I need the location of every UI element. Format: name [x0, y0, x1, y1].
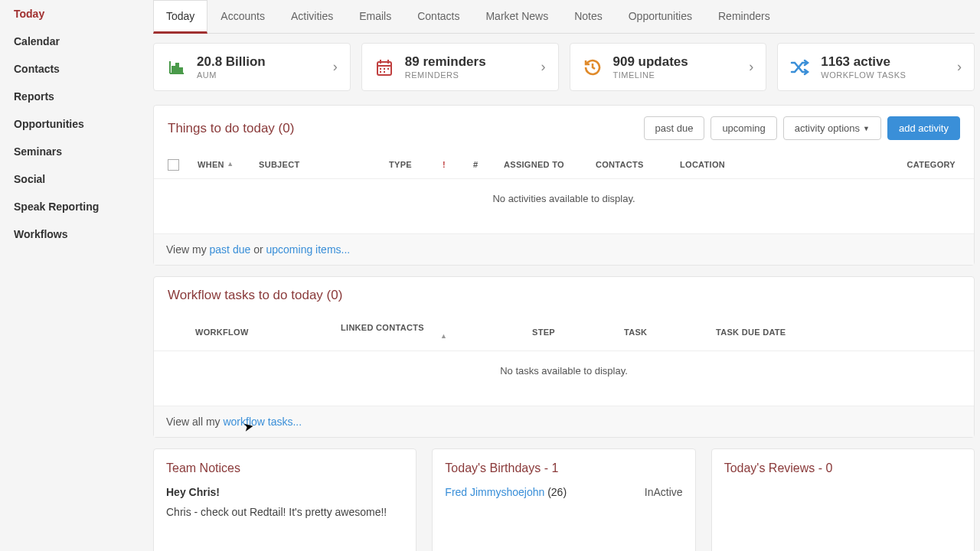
- sidebar-item-today[interactable]: Today: [0, 0, 148, 28]
- col-category[interactable]: CATEGORY: [767, 157, 960, 172]
- stat-aum[interactable]: 20.8 Billion AUM ›: [153, 43, 351, 91]
- history-icon: [583, 57, 603, 77]
- tab-contacts[interactable]: Contacts: [404, 0, 472, 33]
- bottom-cards-row: Team Notices Hey Chris! Chris - check ou…: [153, 448, 975, 551]
- sidebar-item-workflows[interactable]: Workflows: [0, 220, 148, 248]
- reviews-title: Today's Reviews - 0: [724, 461, 962, 475]
- tab-reminders[interactable]: Reminders: [705, 0, 783, 33]
- caret-down-icon: ▼: [863, 125, 870, 132]
- workflow-table-header: WORKFLOW LINKED CONTACTS ▲ STEP TASK TAS…: [154, 314, 974, 351]
- tab-bar: Today Accounts Activities Emails Contact…: [153, 0, 975, 34]
- svg-rect-10: [384, 68, 385, 70]
- col-count[interactable]: #: [469, 157, 499, 172]
- sidebar-item-calendar[interactable]: Calendar: [0, 28, 148, 55]
- workflow-panel: Workflow tasks to do today (0) WORKFLOW …: [153, 276, 975, 438]
- tab-today[interactable]: Today: [153, 0, 207, 34]
- stat-workflow-tasks[interactable]: 1163 active WORKFLOW TASKS ›: [777, 43, 975, 91]
- calendar-icon: [374, 57, 394, 77]
- stat-value: 909 updates: [613, 54, 739, 70]
- activities-table-header: WHEN ▲ SUBJECT TYPE ! # ASSIGNED TO CONT…: [154, 151, 974, 179]
- tab-accounts[interactable]: Accounts: [207, 0, 278, 33]
- chevron-right-icon: ›: [541, 59, 546, 75]
- tab-market-news[interactable]: Market News: [472, 0, 561, 33]
- col-type[interactable]: TYPE: [384, 157, 438, 172]
- col-step[interactable]: STEP: [528, 324, 619, 340]
- tab-notes[interactable]: Notes: [561, 0, 616, 33]
- sort-asc-icon: ▲: [227, 160, 234, 168]
- activities-empty: No activities available to display.: [154, 179, 974, 218]
- svg-rect-12: [380, 71, 381, 73]
- col-task[interactable]: TASK: [619, 324, 711, 340]
- svg-rect-9: [380, 68, 381, 70]
- team-notices-card: Team Notices Hey Chris! Chris - check ou…: [153, 448, 416, 551]
- activities-panel: Things to do today (0) past due upcoming…: [153, 105, 975, 266]
- sidebar-item-seminars[interactable]: Seminars: [0, 138, 148, 165]
- stat-row: 20.8 Billion AUM › 89 reminders REMINDER…: [153, 43, 975, 91]
- select-all-checkbox[interactable]: [168, 159, 179, 171]
- birthday-row: Fred Jimmyshoejohn (26) InActive: [445, 486, 682, 498]
- col-contacts[interactable]: CONTACTS: [591, 157, 675, 172]
- stat-value: 1163 active: [821, 54, 946, 70]
- col-when[interactable]: WHEN ▲: [193, 157, 254, 172]
- sidebar-item-contacts[interactable]: Contacts: [0, 55, 148, 83]
- svg-rect-3: [176, 64, 178, 73]
- tab-activities[interactable]: Activities: [278, 0, 346, 33]
- svg-rect-13: [384, 71, 385, 73]
- stat-label: AUM: [197, 70, 322, 80]
- notice-heading: Hey Chris!: [166, 486, 403, 498]
- sidebar-item-reports[interactable]: Reports: [0, 83, 148, 110]
- team-notices-title: Team Notices: [166, 461, 403, 475]
- col-location[interactable]: LOCATION: [675, 157, 767, 172]
- birthday-age: (26): [547, 486, 567, 498]
- chevron-right-icon: ›: [333, 59, 338, 75]
- activity-options-dropdown[interactable]: activity options▼: [783, 116, 881, 140]
- stat-reminders[interactable]: 89 reminders REMINDERS ›: [361, 43, 559, 91]
- notice-body: Chris - check out Redtail! It's pretty a…: [166, 506, 403, 518]
- col-assigned-to[interactable]: ASSIGNED TO: [499, 157, 591, 172]
- birthday-status: InActive: [645, 486, 683, 498]
- birthdays-card: Today's Birthdays - 1 Fred Jimmyshoejohn…: [432, 448, 695, 551]
- reviews-card: Today's Reviews - 0: [711, 448, 975, 551]
- workflow-empty: No tasks available to display.: [154, 351, 974, 390]
- stat-label: REMINDERS: [405, 70, 531, 80]
- stat-label: WORKFLOW TASKS: [821, 70, 946, 80]
- stat-label: TIMELINE: [613, 70, 739, 80]
- bar-chart-icon: [166, 57, 186, 77]
- birthdays-title: Today's Birthdays - 1: [445, 461, 682, 475]
- sidebar-item-social[interactable]: Social: [0, 165, 148, 193]
- workflow-title: Workflow tasks to do today (0): [168, 288, 342, 303]
- workflow-footer: View all my workflow tasks...: [154, 406, 974, 437]
- col-task-due-date[interactable]: TASK DUE DATE: [711, 324, 960, 340]
- col-linked-contacts[interactable]: LINKED CONTACTS ▲: [336, 320, 528, 344]
- upcoming-items-link[interactable]: upcoming items...: [266, 243, 351, 256]
- birthday-contact-link[interactable]: Fred Jimmyshoejohn: [445, 486, 544, 498]
- stat-value: 20.8 Billion: [197, 54, 322, 70]
- workflow-tasks-link[interactable]: workflow tasks...: [223, 416, 302, 428]
- shuffle-icon: [790, 57, 810, 77]
- past-due-button[interactable]: past due: [644, 116, 705, 140]
- add-activity-button[interactable]: add activity: [887, 116, 960, 140]
- main-content: Today Accounts Activities Emails Contact…: [148, 0, 980, 551]
- stat-timeline[interactable]: 909 updates TIMELINE ›: [570, 43, 767, 91]
- sidebar-item-speak-reporting[interactable]: Speak Reporting: [0, 193, 148, 220]
- past-due-link[interactable]: past due: [210, 243, 251, 256]
- sort-asc-icon: ▲: [440, 332, 447, 340]
- col-priority[interactable]: !: [438, 157, 469, 172]
- sidebar: Today Calendar Contacts Reports Opportun…: [0, 0, 148, 551]
- sidebar-item-opportunities[interactable]: Opportunities: [0, 110, 148, 138]
- col-workflow[interactable]: WORKFLOW: [191, 324, 336, 340]
- svg-rect-11: [387, 68, 389, 70]
- chevron-right-icon: ›: [957, 59, 962, 75]
- tab-emails[interactable]: Emails: [346, 0, 404, 33]
- upcoming-button[interactable]: upcoming: [710, 116, 776, 140]
- svg-rect-4: [180, 68, 182, 73]
- chevron-right-icon: ›: [749, 59, 753, 75]
- tab-opportunities[interactable]: Opportunities: [616, 0, 705, 33]
- svg-rect-2: [172, 67, 175, 73]
- stat-value: 89 reminders: [405, 54, 531, 70]
- activities-title: Things to do today (0): [168, 121, 294, 136]
- activities-footer: View my past due or upcoming items...: [154, 233, 974, 265]
- col-subject[interactable]: SUBJECT: [254, 157, 384, 172]
